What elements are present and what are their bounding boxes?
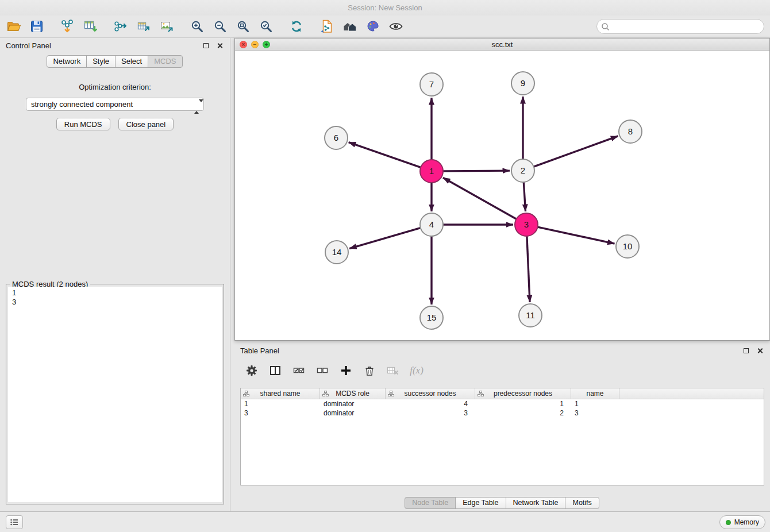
node-label-8: 8 <box>628 126 633 136</box>
minimize-glyph: − <box>253 38 257 51</box>
minimize-window-button[interactable]: − <box>251 41 259 48</box>
zoom-in-button[interactable] <box>186 17 209 36</box>
table-tabs: Node Table Edge Table Network Table Moti… <box>234 497 770 509</box>
edge-1-2[interactable] <box>443 171 510 171</box>
node-table: shared name MCDS role successor nodes pr… <box>240 388 764 485</box>
cell-successor-nodes[interactable]: 4 <box>386 399 475 408</box>
edge-2-3[interactable] <box>523 182 525 211</box>
run-mcds-button[interactable]: Run MCDS <box>56 118 110 130</box>
node-label-3: 3 <box>524 219 529 229</box>
zoom-fit-button[interactable] <box>232 17 255 36</box>
tab-select[interactable]: Select <box>115 55 148 68</box>
zoom-out-button[interactable] <box>209 17 232 36</box>
export-image-icon <box>159 19 174 34</box>
cell-shared-name[interactable]: 1 <box>241 399 320 408</box>
cell-name[interactable]: 3 <box>571 408 619 418</box>
criterion-select-value: strongly connected component <box>31 100 133 109</box>
table-toolbar: f(x) <box>234 358 424 383</box>
table-options-button[interactable] <box>245 364 259 377</box>
mcds-result-item: 3 <box>12 298 222 307</box>
panel-menu-button[interactable] <box>6 515 23 529</box>
tab-edge-table[interactable]: Edge Table <box>455 497 506 509</box>
column-header-name[interactable]: name <box>571 388 619 399</box>
tab-style[interactable]: Style <box>86 55 116 68</box>
function-builder-button[interactable]: f(x) <box>410 364 424 377</box>
cell-mcds-role[interactable]: dominator <box>320 399 386 408</box>
tab-network-table[interactable]: Network Table <box>506 497 566 509</box>
edge-2-8[interactable] <box>534 136 618 167</box>
column-header-predecessor-nodes[interactable]: predecessor nodes <box>475 388 571 399</box>
criterion-select[interactable]: strongly connected component <box>26 98 204 111</box>
close-panel-icon[interactable] <box>217 43 223 49</box>
delete-table-button[interactable] <box>386 364 400 377</box>
zoom-fit-icon <box>236 19 251 34</box>
float-table-panel-icon[interactable] <box>744 348 749 353</box>
tab-network[interactable]: Network <box>47 55 87 68</box>
export-table-button[interactable] <box>132 17 155 36</box>
cell-name[interactable]: 1 <box>571 399 619 408</box>
column-label: predecessor nodes <box>494 390 552 398</box>
network-window-titlebar[interactable]: × − + scc.txt <box>235 38 769 51</box>
tab-node-table[interactable]: Node Table <box>405 497 456 509</box>
export-network-button[interactable] <box>109 17 132 36</box>
delete-table-icon <box>387 365 399 376</box>
table-row[interactable]: 1 dominator 4 1 1 <box>241 399 764 408</box>
table-panel-title: Table Panel <box>240 346 744 355</box>
cell-predecessor-nodes[interactable]: 1 <box>475 399 571 408</box>
search-box[interactable] <box>596 19 764 34</box>
cell-mcds-role[interactable]: dominator <box>320 408 386 418</box>
node-label-7: 7 <box>429 79 434 89</box>
import-table-button[interactable] <box>79 17 102 36</box>
toggle-columns-button[interactable] <box>268 364 282 377</box>
import-network-button[interactable] <box>56 17 79 36</box>
network-window[interactable]: × − + scc.txt 7968124310141511 <box>234 38 770 341</box>
export-image-button[interactable] <box>155 17 178 36</box>
edge-4-14[interactable] <box>349 228 421 249</box>
edge-3-10[interactable] <box>538 227 615 244</box>
fx-icon: f(x) <box>410 365 424 376</box>
mcds-result-list[interactable]: 1 3 <box>8 287 222 502</box>
list-icon <box>10 518 19 526</box>
plus-icon <box>340 365 352 376</box>
add-column-button[interactable] <box>339 364 353 377</box>
deselect-all-button[interactable] <box>315 364 329 377</box>
cell-predecessor-nodes[interactable]: 2 <box>475 408 571 418</box>
network-graph[interactable]: 7968124310141511 <box>235 51 769 340</box>
show-graphics-details-button[interactable] <box>384 17 407 36</box>
style-button[interactable] <box>361 17 384 36</box>
vertical-splitter-handle[interactable] <box>231 304 234 321</box>
node-label-2: 2 <box>521 165 525 175</box>
select-all-icon <box>293 365 305 376</box>
zoom-window-button[interactable]: + <box>263 41 270 48</box>
close-panel-button[interactable]: Close panel <box>118 118 174 130</box>
float-panel-icon[interactable] <box>203 43 209 48</box>
edge-3-11[interactable] <box>527 236 530 302</box>
zoom-selected-button[interactable] <box>255 17 278 36</box>
close-table-panel-icon[interactable] <box>757 348 763 354</box>
refresh-layout-button[interactable] <box>285 17 308 36</box>
close-window-button[interactable]: × <box>240 41 247 48</box>
table-panel: Table Panel <box>234 343 770 511</box>
edge-3-1[interactable] <box>443 178 517 219</box>
search-input[interactable] <box>610 21 764 32</box>
table-row[interactable]: 3 dominator 3 2 3 <box>241 408 764 418</box>
column-header-successor-nodes[interactable]: successor nodes <box>386 388 475 399</box>
open-folder-icon <box>6 19 21 34</box>
tab-motifs[interactable]: Motifs <box>565 497 599 509</box>
edge-1-6[interactable] <box>349 142 421 168</box>
home-button[interactable] <box>338 17 361 36</box>
delete-columns-button[interactable] <box>363 364 376 377</box>
open-session-button[interactable] <box>2 17 25 36</box>
tab-mcds[interactable]: MCDS <box>148 55 182 68</box>
save-session-button[interactable] <box>25 17 48 36</box>
select-all-button[interactable] <box>292 364 306 377</box>
memory-button[interactable]: Memory <box>719 515 765 529</box>
network-canvas-area[interactable]: 7968124310141511 <box>235 51 769 340</box>
app-titlebar[interactable]: Session: New Session <box>0 0 770 16</box>
control-panel-tabs: Network Style Select MCDS <box>0 55 230 68</box>
column-header-mcds-role[interactable]: MCDS role <box>320 388 386 399</box>
network-file-button[interactable] <box>315 17 338 36</box>
cell-shared-name[interactable]: 3 <box>241 408 320 418</box>
cell-successor-nodes[interactable]: 3 <box>386 408 475 418</box>
column-header-shared-name[interactable]: shared name <box>241 388 320 399</box>
